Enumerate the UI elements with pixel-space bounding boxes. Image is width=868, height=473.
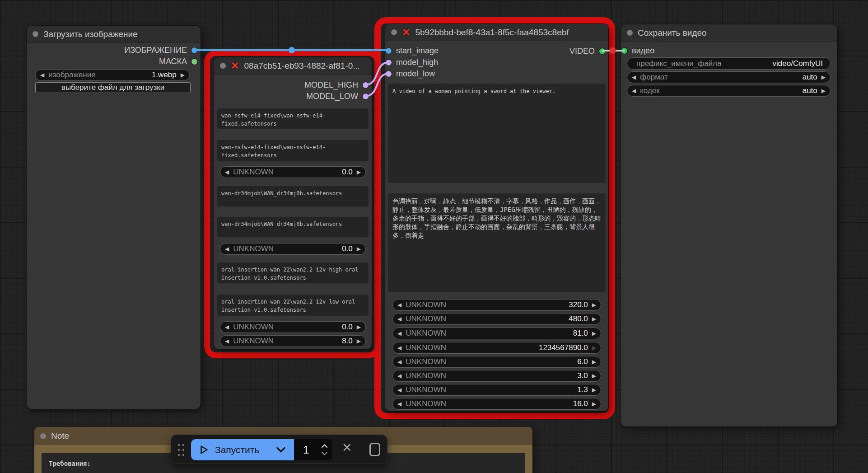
collapse-dot-icon[interactable] bbox=[33, 31, 38, 37]
unknown-slider[interactable]: ◀ UNKNOWN 81.0 ▶ bbox=[392, 328, 601, 339]
decrement-arrow-icon[interactable]: ◀ bbox=[225, 324, 229, 330]
chevron-up-icon[interactable] bbox=[321, 444, 328, 448]
negative-prompt-textarea[interactable]: 色调艳丽，过曝，静态，细节模糊不清，字幕，风格，作品，画作，画面，静止，整体发灰… bbox=[388, 193, 606, 292]
decrement-arrow-icon[interactable]: ◀ bbox=[632, 88, 636, 94]
node-header[interactable]: ✕ 08a7cb51-eb93-4882-af81-0... bbox=[214, 57, 372, 75]
port-label: MODEL_LOW bbox=[306, 92, 358, 101]
unknown-slider[interactable]: ◀ UNKNOWN 6.0 ▶ bbox=[392, 356, 601, 368]
decrement-arrow-icon[interactable]: ◀ bbox=[397, 373, 401, 379]
decrement-arrow-icon[interactable]: ◀ bbox=[632, 75, 636, 80]
increment-arrow-icon[interactable]: ▶ bbox=[592, 302, 596, 308]
upload-file-button[interactable]: выберите файл для загрузки bbox=[35, 82, 191, 93]
decrement-arrow-icon[interactable]: ◀ bbox=[225, 169, 229, 175]
increment-arrow-icon[interactable]: ▶ bbox=[592, 316, 596, 322]
unknown-slider[interactable]: ◀ UNKNOWN 16.0 ▶ bbox=[392, 398, 601, 410]
node-header[interactable]: Загрузить изображение bbox=[27, 26, 201, 43]
codec-combo-widget[interactable]: ◀ кодек auto ▶ bbox=[627, 85, 831, 97]
input-port-start-image[interactable] bbox=[386, 48, 392, 54]
widget-value: auto bbox=[803, 73, 817, 82]
collapse-dot-icon[interactable] bbox=[391, 29, 397, 35]
drag-handle-icon[interactable] bbox=[177, 442, 186, 458]
unknown-slider[interactable]: ◀ UNKNOWN 3.0 ▶ bbox=[392, 370, 601, 382]
widget-value: auto bbox=[803, 86, 817, 95]
lora-path-text[interactable]: wan-dr34mjob\WAN_dr34mj0b.safetensors bbox=[217, 186, 369, 206]
decrement-arrow-icon[interactable]: ◀ bbox=[225, 338, 229, 344]
increment-arrow-icon[interactable]: ▶ bbox=[592, 345, 596, 351]
node-save-video[interactable]: Сохранить видео видео префикс_имени_файл… bbox=[621, 24, 837, 426]
decrement-arrow-icon[interactable]: ◀ bbox=[397, 316, 401, 322]
increment-arrow-icon[interactable]: ▶ bbox=[592, 331, 596, 336]
unknown-slider[interactable]: ◀ UNKNOWN 0.0 ▶ bbox=[220, 321, 366, 333]
error-x-icon: ✕ bbox=[231, 61, 239, 71]
node-video-sampler[interactable]: ✕ 5b92bbbd-bef8-43a1-8f5c-faa4853c8ebf s… bbox=[385, 24, 608, 411]
collapse-dot-icon[interactable] bbox=[40, 433, 46, 439]
unknown-slider[interactable]: ◀ UNKNOWN 480.0 ▶ bbox=[392, 313, 601, 325]
increment-arrow-icon[interactable]: ▶ bbox=[357, 169, 361, 175]
positive-prompt-textarea[interactable]: A video of a woman pointing a sword at t… bbox=[388, 84, 606, 183]
stop-icon[interactable] bbox=[369, 443, 380, 456]
image-combo-widget[interactable]: ◀ изображение 1.webp ▶ bbox=[35, 69, 190, 81]
close-icon[interactable]: ✕ bbox=[342, 442, 352, 454]
decrement-arrow-icon[interactable]: ◀ bbox=[397, 359, 401, 365]
decrement-arrow-icon[interactable]: ◀ bbox=[397, 302, 401, 308]
port-label: start_image bbox=[396, 46, 439, 56]
node-header[interactable]: ✕ 5b92bbbd-bef8-43a1-8f5c-faa4853c8ebf bbox=[385, 24, 608, 41]
decrement-arrow-icon[interactable]: ◀ bbox=[225, 246, 229, 252]
node-lora-loader[interactable]: ✕ 08a7cb51-eb93-4882-af81-0... MODEL_HIG… bbox=[214, 57, 372, 349]
decrement-arrow-icon[interactable]: ◀ bbox=[397, 401, 401, 407]
output-port-mask[interactable] bbox=[191, 59, 197, 65]
unknown-slider[interactable]: ◀ UNKNOWN 0.0 ▶ bbox=[220, 243, 366, 255]
input-port-video[interactable] bbox=[621, 48, 627, 54]
increment-arrow-icon[interactable]: ▶ bbox=[592, 373, 596, 379]
decrement-arrow-icon[interactable]: ◀ bbox=[397, 387, 401, 393]
output-row-model-low: MODEL_LOW bbox=[306, 90, 369, 102]
widget-value: 16.0 bbox=[573, 399, 588, 408]
output-port-model-low[interactable] bbox=[363, 94, 369, 99]
error-x-icon: ✕ bbox=[402, 28, 410, 37]
decrement-arrow-icon[interactable]: ◀ bbox=[397, 331, 401, 336]
input-port-model-high[interactable] bbox=[386, 60, 392, 66]
input-port-model-low[interactable] bbox=[386, 71, 392, 77]
increment-arrow-icon[interactable]: ▶ bbox=[821, 88, 826, 94]
node-graph-canvas[interactable]: Загрузить изображение ИЗОБРАЖЕНИЕ МАСКА … bbox=[0, 0, 868, 473]
lora-path-text[interactable]: oral-insertion-wan-22\wan2.2-i2v-high-or… bbox=[217, 262, 369, 283]
increment-arrow-icon[interactable]: ▶ bbox=[181, 72, 185, 78]
unknown-slider[interactable]: ◀ UNKNOWN 8.0 ▶ bbox=[220, 335, 366, 347]
node-load-image[interactable]: Загрузить изображение ИЗОБРАЖЕНИЕ МАСКА … bbox=[27, 26, 201, 409]
collapse-dot-icon[interactable] bbox=[220, 63, 226, 69]
chevron-down-icon[interactable] bbox=[276, 447, 286, 453]
increment-arrow-icon[interactable]: ▶ bbox=[357, 324, 361, 330]
increment-arrow-icon[interactable]: ▶ bbox=[821, 75, 826, 80]
collapse-dot-icon[interactable] bbox=[627, 30, 633, 36]
increment-arrow-icon[interactable]: ▶ bbox=[357, 246, 361, 252]
filename-prefix-widget[interactable]: префикс_имени_файла video/ComfyUI bbox=[627, 57, 831, 70]
run-button[interactable]: Запустить bbox=[191, 439, 294, 460]
unknown-slider[interactable]: ◀ UNKNOWN 0.0 ▶ bbox=[220, 166, 366, 178]
unknown-slider[interactable]: ◀ UNKNOWN 320.0 ▶ bbox=[392, 299, 601, 311]
lora-path-text[interactable]: wan-nsfw-e14-fixed\wan-nsfw-e14- fixed.s… bbox=[217, 108, 369, 129]
increment-arrow-icon[interactable]: ▶ bbox=[592, 401, 596, 407]
lora-path-text[interactable]: wan-dr34mjob\WAN_dr34mj0b.safetensors bbox=[217, 217, 369, 237]
output-port-video[interactable] bbox=[599, 48, 605, 54]
input-row-model-low: model_low bbox=[386, 68, 435, 80]
widget-value: 0.0 bbox=[342, 168, 353, 177]
format-combo-widget[interactable]: ◀ формат auto ▶ bbox=[627, 71, 831, 83]
decrement-arrow-icon[interactable]: ◀ bbox=[40, 72, 44, 78]
widget-value: 3.0 bbox=[577, 371, 588, 380]
increment-arrow-icon[interactable]: ▶ bbox=[592, 359, 596, 365]
node-title: Загрузить изображение bbox=[43, 29, 138, 39]
increment-arrow-icon[interactable]: ▶ bbox=[592, 387, 596, 393]
batch-count-stepper[interactable]: 1 bbox=[294, 439, 332, 460]
chevron-down-icon[interactable] bbox=[321, 451, 328, 455]
output-port-image[interactable] bbox=[191, 47, 197, 53]
unknown-slider[interactable]: ◀ UNKNOWN 1.3 ▶ bbox=[392, 384, 601, 396]
widget-value: 8.0 bbox=[342, 337, 353, 346]
widget-label: UNKNOWN bbox=[406, 385, 446, 394]
decrement-arrow-icon[interactable]: ◀ bbox=[397, 345, 401, 351]
node-header[interactable]: Сохранить видео bbox=[621, 24, 837, 42]
output-port-model-high[interactable] bbox=[363, 82, 369, 88]
lora-path-text[interactable]: oral-insertion-wan-22\wan2.2-i2v-low-ora… bbox=[217, 295, 369, 316]
lora-path-text[interactable]: wan-nsfw-e14-fixed\wan-nsfw-e14- fixed.s… bbox=[217, 140, 369, 161]
increment-arrow-icon[interactable]: ▶ bbox=[357, 338, 361, 344]
unknown-slider[interactable]: ◀ UNKNOWN 1234567890.0 ▶ bbox=[392, 342, 601, 354]
